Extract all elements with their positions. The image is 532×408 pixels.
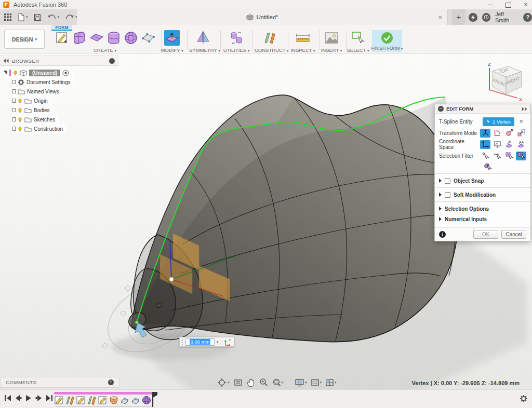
bulb-icon[interactable] [13,71,18,75]
save-button[interactable] [33,12,43,22]
create-plane-icon[interactable] [89,30,104,46]
view-cube[interactable]: TOP FRONT RIGHT Z X [478,60,526,106]
filter-edge-button[interactable] [492,152,502,160]
selection-entity-button[interactable]: 1 Vertex [483,117,514,126]
bulb-icon[interactable] [18,127,22,131]
section-numerical-inputs[interactable]: Numerical Inputs [435,214,530,224]
feature-revolve[interactable] [109,396,118,405]
undo-button[interactable]: ▾ [46,12,61,22]
browser-header[interactable]: BROWSER – [0,56,118,66]
coord-view-button[interactable] [492,140,502,149]
activate-component-icon[interactable] [62,70,69,76]
edit-form-icon[interactable] [164,30,180,46]
group-select-label[interactable]: SELECT ▾ [346,47,370,53]
filter-body-button[interactable] [516,152,526,160]
new-tab-button[interactable]: + [452,9,466,25]
document-tab[interactable]: Untitled* × [77,9,448,25]
filter-all-button[interactable] [483,162,493,171]
expand-section-icon[interactable] [439,207,442,211]
construct-plane-icon[interactable] [262,30,278,46]
transform-rotate-button[interactable] [492,129,502,138]
section-soft-modification[interactable]: Soft Modification [435,189,530,200]
bulb-icon[interactable] [18,117,22,122]
filter-vertex-button[interactable] [480,152,490,160]
expand-closed-icon[interactable] [12,80,16,84]
soft-modification-checkbox[interactable] [445,192,450,198]
group-construct-label[interactable]: CONSTRUCT ▾ [255,47,286,53]
expand-open-icon[interactable] [3,71,7,75]
feature-sketch[interactable] [98,396,108,405]
drag-handle[interactable] [182,338,183,345]
finish-form-button[interactable]: FINISH FORM ▾ [372,30,402,52]
selected-vertex[interactable] [169,277,174,281]
mirror-symmetry-icon[interactable] [195,30,211,46]
close-button[interactable]: × [523,2,529,8]
step-forward-button[interactable] [35,395,43,402]
select-icon[interactable] [350,30,366,46]
coord-local-per-entity-button[interactable] [516,140,526,149]
group-inspect-label[interactable]: INSPECT ▾ [289,47,317,53]
section-object-snap[interactable]: Object Snap [435,175,530,186]
feature-surface[interactable] [120,396,129,405]
pan-icon[interactable] [246,378,255,387]
dialog-collapse-icon[interactable]: – [438,106,444,112]
numeric-input-toolbar[interactable]: 0.00 mm ▾ [179,337,234,347]
play-button[interactable] [25,395,32,402]
feature-sketch[interactable] [55,396,64,405]
expand-closed-icon[interactable] [12,99,16,103]
feature-construction-plane[interactable] [87,396,97,405]
expand-closed-icon[interactable] [12,127,16,131]
job-status-icon[interactable] [482,13,491,22]
ok-button[interactable]: OK [473,230,498,239]
transform-free-button[interactable] [516,129,526,138]
tab-close-icon[interactable]: × [438,13,442,21]
browser-root-row[interactable]: (Unsaved) [3,68,73,77]
user-account-button[interactable]: Jeff Smith [495,11,518,23]
coord-world-button[interactable] [480,140,490,149]
coord-local-button[interactable] [504,140,514,149]
expand-section-icon[interactable] [439,179,442,183]
fit-icon[interactable]: ▾ [272,378,284,387]
workspace-selector[interactable]: DESIGN ▾ [4,30,45,49]
create-sketch-icon[interactable] [55,30,70,46]
dock-panel-icon[interactable] [522,107,527,111]
comments-expand-icon[interactable]: + [108,379,114,385]
measure-icon[interactable] [295,30,311,46]
browser-item-named-views[interactable]: Named Views [12,87,63,96]
feature-construction-plane[interactable] [65,396,75,405]
help-icon[interactable]: ? [523,13,532,22]
dialog-header[interactable]: – EDIT FORM [435,104,530,114]
timeline-marker[interactable] [150,391,158,407]
group-symmetry-label[interactable]: SYMMETRY ▾ [189,47,217,53]
step-back-button[interactable] [15,395,22,402]
maximize-button[interactable] [505,2,511,8]
expand-closed-icon[interactable] [12,117,16,121]
filter-face-button[interactable] [504,152,514,160]
dropdown-caret-icon[interactable]: ▾ [217,340,219,344]
go-to-start-button[interactable] [4,395,11,402]
browser-item-sketches[interactable]: Sketches [12,115,59,124]
browser-item-bodies[interactable]: Bodies [12,105,54,115]
create-box-icon[interactable] [72,30,87,46]
browser-item-document-settings[interactable]: Document Settings [12,77,75,87]
expand-closed-icon[interactable] [12,89,16,93]
transform-translate-button[interactable] [480,129,490,138]
expand-section-icon[interactable] [439,217,442,221]
zoom-icon[interactable] [259,378,268,387]
transform-scale-button[interactable] [504,129,514,138]
viewport-canvas[interactable]: BROWSER – (Unsaved) Document Settings [0,53,532,408]
orbit-icon[interactable]: ▾ [217,378,230,387]
clear-selection-icon[interactable]: × [520,118,523,125]
group-create-label[interactable]: CREATE ▾ [51,47,159,53]
minimize-button[interactable] [487,2,494,8]
feature-sketch[interactable] [76,396,86,405]
create-sphere-icon[interactable] [123,30,139,46]
timeline-settings-gear-icon[interactable] [520,395,528,403]
file-menu-button[interactable]: ▾ [16,12,29,22]
document-name[interactable]: (Unsaved) [29,70,60,76]
feature-surface[interactable] [131,396,140,405]
grid-display-icon[interactable]: ▾ [311,378,322,387]
app-grid-icon[interactable] [3,12,12,22]
convert-utility-icon[interactable] [229,30,244,46]
browser-display-icon[interactable]: – [109,58,115,64]
